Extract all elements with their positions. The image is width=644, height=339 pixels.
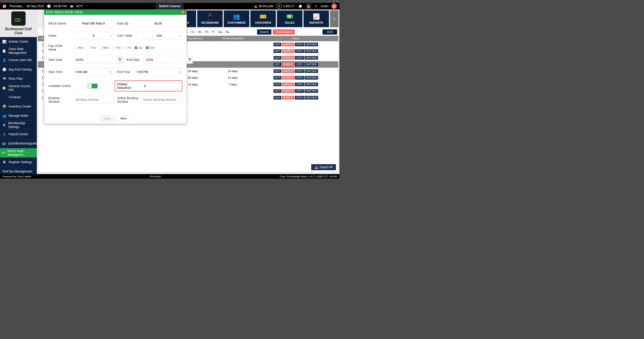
sidebar-item-0[interactable]: 📊Activity Center — [0, 37, 37, 46]
online-booking-window-input[interactable] — [141, 96, 182, 104]
copy-button[interactable]: COPY — [295, 63, 304, 66]
remove-button[interactable]: REMOVE — [282, 96, 294, 99]
next-button[interactable]: Next — [117, 115, 130, 121]
edit-button[interactable]: EDIT — [274, 89, 282, 93]
copy-button[interactable]: COPY — [295, 76, 304, 79]
copy-button[interactable]: COPY — [295, 82, 304, 86]
copy-button[interactable]: COPY — [295, 96, 304, 99]
start-date-input[interactable] — [73, 56, 117, 63]
end-date-input[interactable] — [143, 56, 187, 63]
switch-course-button[interactable]: Switch Course — [156, 3, 184, 9]
minimize-icon[interactable]: — — [328, 0, 330, 3]
settings-icon[interactable]: ⚙ — [314, 4, 318, 8]
copy-button[interactable]: COPY — [295, 89, 304, 93]
partner-button[interactable]: PARTNER — [305, 69, 318, 73]
dow-label: Day of the Week — [48, 44, 71, 52]
day-checkbox-thu[interactable]: Thu — [112, 46, 121, 49]
calendar-picker-icon[interactable]: 📅 — [117, 56, 123, 63]
sidebar-item-8[interactable]: 👥Manage Roles — [0, 111, 37, 120]
day-checkbox-sat[interactable]: Sat — [135, 46, 142, 49]
available-online-toggle[interactable]: ✓ — [87, 84, 98, 88]
sidebar-item-13[interactable]: 🖩Register Settings — [0, 158, 37, 167]
remove-button[interactable]: REMOVE — [282, 76, 294, 79]
sidebar-item-2[interactable]: 👤Course User Info — [0, 56, 37, 65]
copy-button[interactable]: COPY — [295, 43, 304, 46]
partner-button[interactable]: PARTNER — [305, 49, 318, 53]
partner-button[interactable]: PARTNER — [305, 76, 318, 79]
end-time-input[interactable] — [134, 68, 182, 76]
filter-day-Sa[interactable]: Sa — [216, 30, 222, 33]
tile-vouchers[interactable]: 🎫VOUCHERS — [250, 10, 276, 27]
power-button[interactable]: ⏻ — [331, 3, 337, 9]
partner-button[interactable]: PARTNER — [305, 63, 318, 66]
edit-button[interactable]: EDIT — [274, 76, 282, 79]
edit-button[interactable]: EDIT — [274, 69, 282, 73]
sidebar-item-3[interactable]: 🕘Day End Closing — [0, 65, 37, 74]
add-button[interactable]: ADD — [322, 29, 337, 34]
booking-window-input[interactable] — [73, 96, 114, 104]
tile-reports[interactable]: 📈REPORTS — [304, 10, 329, 27]
sidebar-item-5[interactable]: 🏠General Course Info. — [0, 83, 37, 93]
remove-button[interactable]: REMOVE — [282, 63, 294, 66]
edit-button[interactable]: EDIT — [274, 49, 282, 53]
sidebar-item-6[interactable]: I-Frames — [0, 93, 37, 102]
history-icon[interactable]: 🕑 — [298, 3, 303, 9]
start-time-input[interactable] — [73, 68, 114, 76]
search-button[interactable]: Search — [257, 29, 271, 34]
remove-button[interactable]: REMOVE — [282, 82, 294, 86]
tile-on demand[interactable]: 📱ON DEMAND — [197, 10, 222, 27]
sidebar-item-11[interactable]: qbQuickBooksIntegration — [0, 139, 37, 148]
filter-day-W[interactable]: W — [196, 30, 201, 33]
edit-button[interactable]: EDIT — [274, 96, 282, 99]
cartwalk-select[interactable] — [136, 32, 182, 39]
partner-button[interactable]: PARTNER — [305, 43, 318, 46]
maximize-icon[interactable]: ☐ — [332, 0, 334, 3]
scroll-up-button[interactable]: ↑ — [330, 10, 338, 27]
sidebar-item-7[interactable]: 📦Inventory Center — [0, 102, 37, 111]
tile-sales[interactable]: 💵SALES — [277, 10, 302, 27]
filter-day-Su[interactable]: Su — [223, 30, 229, 33]
filter-day-Tu[interactable]: Tu — [188, 30, 194, 33]
remove-button[interactable]: REMOVE — [282, 89, 294, 93]
sidebar-item-9[interactable]: ⚙Membership Settings — [0, 120, 37, 130]
back-button[interactable]: Back — [101, 115, 114, 121]
rack-name-input[interactable] — [73, 19, 114, 27]
sidebar-label: Membership Settings — [8, 121, 35, 129]
close-window-icon[interactable]: ✕ — [336, 0, 338, 3]
partner-button[interactable]: PARTNER — [305, 82, 318, 86]
remove-button[interactable]: REMOVE — [282, 43, 294, 46]
clear-search-button[interactable]: Clear Search — [273, 29, 295, 34]
export-all-button[interactable]: 📤Export All — [311, 164, 336, 170]
display-sequence-input[interactable] — [142, 82, 180, 90]
remove-button[interactable]: REMOVE — [282, 56, 294, 59]
partner-button[interactable]: PARTNER — [305, 56, 318, 59]
filter-day-F[interactable]: F — [210, 30, 214, 33]
tile-customers[interactable]: 👥CUSTOMERS — [224, 10, 249, 27]
edit-button[interactable]: EDIT — [274, 43, 282, 46]
filter-day-Th[interactable]: Th — [202, 30, 208, 33]
lock-button[interactable]: 🔒 — [306, 3, 312, 9]
copy-button[interactable]: COPY — [295, 69, 304, 73]
holes-select[interactable] — [73, 32, 114, 39]
calendar-picker-icon[interactable]: 📅 — [187, 56, 193, 63]
edit-button[interactable]: EDIT — [274, 63, 282, 66]
copy-button[interactable]: COPY — [295, 49, 304, 53]
day-checkbox-sun[interactable]: Sun — [146, 46, 154, 49]
day-checkbox-mon[interactable]: Mon — [74, 46, 84, 49]
partner-button[interactable]: PARTNER — [305, 96, 318, 99]
copy-button[interactable]: COPY — [295, 56, 304, 59]
sidebar-item-4[interactable]: 🗺Floor Plan — [0, 74, 37, 83]
modal-close-button[interactable]: ✕ — [181, 10, 185, 14]
day-checkbox-tue[interactable]: Tue — [87, 46, 96, 49]
remove-button[interactable]: REMOVE — [282, 69, 294, 73]
remove-button[interactable]: REMOVE — [282, 49, 294, 53]
rate-input[interactable] — [134, 19, 182, 27]
day-checkbox-fri[interactable]: Fri — [124, 46, 131, 49]
day-checkbox-wed[interactable]: Wed — [99, 46, 109, 49]
partner-button[interactable]: PARTNER — [305, 89, 318, 93]
sidebar-item-10[interactable]: 💲Payroll Center — [0, 130, 37, 139]
sidebar-item-12[interactable]: 🏷RACK Rate Manageme... — [0, 148, 37, 158]
sidebar-item-1[interactable]: 📋Class Rate Management — [0, 46, 37, 56]
edit-button[interactable]: EDIT — [274, 56, 282, 59]
edit-button[interactable]: EDIT — [274, 82, 282, 86]
